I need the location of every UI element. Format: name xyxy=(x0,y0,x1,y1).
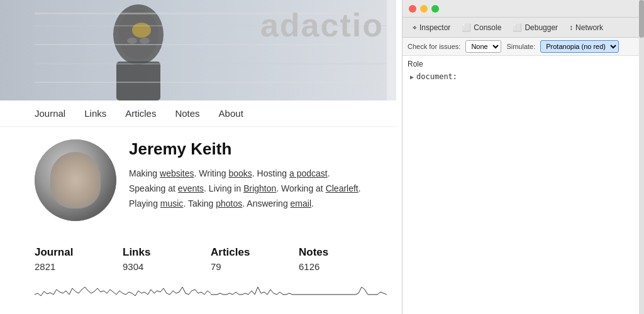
svg-point-7 xyxy=(132,23,151,38)
svg-point-5 xyxy=(140,38,150,44)
stat-articles: Articles 79 xyxy=(211,246,299,298)
stat-articles-count: 79 xyxy=(211,261,299,272)
console-icon: ⬜ xyxy=(462,23,471,32)
maximize-button[interactable] xyxy=(431,5,439,13)
tree-arrow-icon: ▶ xyxy=(410,73,414,80)
profile-name: Jeremy Keith xyxy=(129,139,362,159)
link-brighton[interactable]: Brighton xyxy=(243,183,276,193)
avatar xyxy=(35,139,116,221)
stat-journal-label: Journal xyxy=(35,246,123,259)
simulate-select[interactable]: Protanopia (no red) xyxy=(540,40,619,53)
close-button[interactable] xyxy=(409,5,416,13)
svg-rect-12 xyxy=(35,82,387,83)
nav-about[interactable]: About xyxy=(219,108,243,119)
nav-bar: Journal Links Articles Notes About xyxy=(0,100,396,127)
stat-notes-count: 6126 xyxy=(299,261,387,272)
simulate-label: Simulate: xyxy=(506,43,535,50)
svg-rect-10 xyxy=(35,44,387,45)
link-music[interactable]: music xyxy=(160,198,184,208)
link-podcast[interactable]: a podcast xyxy=(289,168,328,178)
stat-links: Links 9304 xyxy=(123,246,211,298)
link-clearleft[interactable]: Clearleft xyxy=(326,183,358,193)
stat-notes-chart xyxy=(299,276,387,298)
devtools-titlebar xyxy=(402,0,644,18)
network-icon: ↕ xyxy=(569,23,573,32)
avatar-image xyxy=(35,139,116,221)
debugger-icon: ⬜ xyxy=(513,23,522,32)
tab-inspector[interactable]: ⌖ Inspector xyxy=(408,21,455,35)
nav-notes[interactable]: Notes xyxy=(175,108,199,119)
tree-item-label: document: xyxy=(416,72,457,81)
tab-debugger[interactable]: ⬜ Debugger xyxy=(508,21,563,35)
svg-point-4 xyxy=(127,38,137,44)
nav-journal[interactable]: Journal xyxy=(35,108,65,119)
stat-notes: Notes 6126 xyxy=(299,246,387,298)
tree-item-document[interactable]: ▶ document: xyxy=(408,71,639,82)
nav-links[interactable]: Links xyxy=(84,108,106,119)
nav-articles[interactable]: Articles xyxy=(125,108,156,119)
journal-sparkline xyxy=(35,276,123,298)
link-email[interactable]: email xyxy=(291,198,311,208)
stat-links-count: 9304 xyxy=(123,261,211,272)
stat-journal-chart xyxy=(35,276,123,298)
link-websites[interactable]: websites xyxy=(160,168,194,178)
tab-console[interactable]: ⬜ Console xyxy=(457,21,506,35)
bio-text: Making websites. Writing books. Hosting … xyxy=(129,166,362,211)
stat-notes-label: Notes xyxy=(299,246,387,259)
header-banner: adactio xyxy=(0,0,396,100)
link-books[interactable]: books xyxy=(228,168,252,178)
cursor-icon: ⌖ xyxy=(413,23,417,32)
devtools-body: Role ▶ document: xyxy=(402,56,644,314)
stats-row: Journal 2821 Links 9304 Articles 79 xyxy=(0,234,396,298)
tab-network[interactable]: ↕ Network xyxy=(564,21,608,35)
avatar-face xyxy=(50,152,101,208)
devtools-panel: ⌖ Inspector ⬜ Console ⬜ Debugger ↕ Netwo… xyxy=(402,0,644,314)
stat-articles-chart xyxy=(211,276,299,298)
website-area: adactio Journal Links Articles Notes Abo… xyxy=(0,0,396,314)
link-photos[interactable]: photos xyxy=(216,198,242,208)
site-title: adactio xyxy=(260,6,384,44)
tab-network-label: Network xyxy=(575,23,603,32)
role-label: Role xyxy=(408,60,639,68)
articles-sparkline xyxy=(211,276,299,298)
svg-rect-11 xyxy=(35,63,387,65)
stat-articles-label: Articles xyxy=(211,246,299,259)
bio-section: Jeremy Keith Making websites. Writing bo… xyxy=(129,139,362,211)
main-content: Jeremy Keith Making websites. Writing bo… xyxy=(0,127,396,234)
scrollbar[interactable] xyxy=(639,0,644,314)
notes-sparkline xyxy=(299,276,387,298)
check-issues-label: Check for issues: xyxy=(408,43,460,50)
stat-journal-count: 2821 xyxy=(35,261,123,272)
links-sparkline xyxy=(123,276,211,298)
stat-journal: Journal 2821 xyxy=(35,246,123,298)
minimize-button[interactable] xyxy=(420,5,428,13)
tab-console-label: Console xyxy=(474,23,501,32)
scrollbar-thumb[interactable] xyxy=(639,0,644,38)
devtools-toolbar: Check for issues: None Simulate: Protano… xyxy=(402,38,644,56)
tab-debugger-label: Debugger xyxy=(525,23,558,32)
stat-links-label: Links xyxy=(123,246,211,259)
check-issues-select[interactable]: None xyxy=(465,40,501,53)
tab-inspector-label: Inspector xyxy=(419,23,450,32)
devtools-tabs: ⌖ Inspector ⬜ Console ⬜ Debugger ↕ Netwo… xyxy=(402,18,644,38)
svg-rect-6 xyxy=(116,62,160,100)
stat-links-chart xyxy=(123,276,211,298)
link-events[interactable]: events xyxy=(178,183,204,193)
